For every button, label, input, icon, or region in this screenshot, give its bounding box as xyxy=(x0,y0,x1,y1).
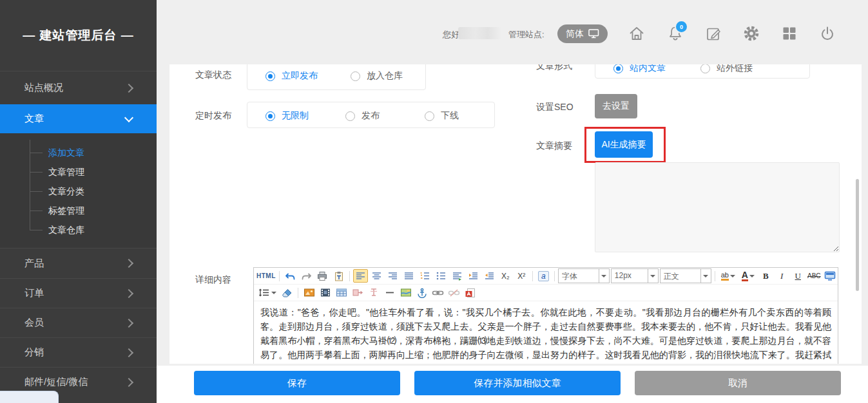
radio-unchecked-icon xyxy=(425,111,434,121)
edit-icon[interactable] xyxy=(704,24,722,42)
sidebar-item-products[interactable]: 产品 xyxy=(0,248,157,278)
font-size-select[interactable]: 12px xyxy=(611,268,659,283)
seo-label: 设置SEO xyxy=(536,102,574,113)
greeting-text: 您好 xyxy=(443,29,459,41)
font-family-select[interactable]: 字体 xyxy=(558,268,610,283)
bold-button[interactable]: B xyxy=(758,269,773,283)
sidebar-item-articles[interactable]: 文章 xyxy=(0,104,157,133)
tree-tick xyxy=(30,191,43,192)
underline-button[interactable]: U xyxy=(791,269,805,283)
submenu-item-article-management[interactable]: 文章管理 xyxy=(0,162,157,182)
horizontal-rule-icon[interactable] xyxy=(382,286,397,299)
apps-grid-icon[interactable] xyxy=(780,24,798,42)
undo-icon[interactable] xyxy=(283,269,298,283)
align-justify-icon[interactable] xyxy=(401,269,416,283)
unlink-icon[interactable] xyxy=(447,286,461,299)
paragraph-format-select[interactable]: 正文 xyxy=(660,268,711,283)
select-caret xyxy=(648,269,658,283)
home-icon[interactable] xyxy=(628,24,646,42)
footer-action-bar: 保存 保存并添加相似文章 取消 xyxy=(157,366,868,403)
highlight-color-icon[interactable]: ab xyxy=(719,269,738,283)
autotypeset-icon[interactable]: a xyxy=(536,269,551,283)
anchor-icon[interactable] xyxy=(414,286,429,299)
radio-no-limit[interactable]: 无限制 xyxy=(265,110,309,122)
settings-gear-icon[interactable] xyxy=(742,24,760,42)
paragraph-indent-icon[interactable] xyxy=(450,269,465,283)
radio-label: 无限制 xyxy=(282,110,309,122)
sidebar-item-label: 订单 xyxy=(24,287,44,299)
insert-link-icon[interactable] xyxy=(430,286,445,299)
indent-icon[interactable] xyxy=(466,269,481,283)
redo-icon[interactable] xyxy=(299,269,314,283)
italic-button[interactable]: I xyxy=(775,269,789,283)
chevron-down-icon xyxy=(124,113,133,122)
submenu-item-article-category[interactable]: 文章分类 xyxy=(0,182,157,201)
power-logout-icon[interactable] xyxy=(818,24,836,42)
bold-label: B xyxy=(763,271,769,281)
subscript-icon[interactable]: X₂ xyxy=(498,269,513,283)
sidebar-item-label: 分销 xyxy=(24,346,44,359)
fullscreen-icon[interactable] xyxy=(823,269,838,283)
sidebar-item-site-overview[interactable]: 站点概况 xyxy=(0,71,157,104)
username-redacted xyxy=(458,27,501,39)
radio-unchecked-icon xyxy=(345,111,355,121)
save-and-add-similar-button[interactable]: 保存并添加相似文章 xyxy=(414,371,621,395)
paste-text-icon[interactable] xyxy=(331,269,346,283)
radio-external-link[interactable]: 站外链接 xyxy=(700,64,753,74)
radio-put-in-warehouse[interactable]: 放入仓库 xyxy=(351,70,403,82)
notification-badge: 0 xyxy=(675,20,688,33)
page-break-icon[interactable] xyxy=(350,286,365,299)
html-source-button[interactable]: HTML xyxy=(256,269,276,283)
insert-media-icon[interactable] xyxy=(318,286,333,299)
insert-map-icon[interactable] xyxy=(398,286,413,299)
line-height-icon[interactable] xyxy=(256,286,278,299)
cancel-button[interactable]: 取消 xyxy=(635,371,841,395)
vertical-scrollbar-thumb[interactable] xyxy=(856,179,859,291)
sidebar-item-members[interactable]: 会员 xyxy=(0,308,157,337)
strikethrough-label: ABC xyxy=(807,272,821,279)
chevron-right-icon xyxy=(124,83,133,92)
html-label: HTML xyxy=(256,272,276,279)
editor-toolbar-row1: HTML X₂ X² a xyxy=(254,268,838,285)
sidebar-item-distribution[interactable]: 分销 xyxy=(0,337,157,367)
summary-textarea[interactable] xyxy=(595,162,840,252)
editor-toolbar-row2 xyxy=(254,285,838,301)
outdent-icon[interactable] xyxy=(482,269,497,283)
align-center-icon[interactable] xyxy=(369,269,384,283)
submenu-item-tag-management[interactable]: 标签管理 xyxy=(0,201,157,220)
print-icon[interactable] xyxy=(315,269,330,283)
radio-unchecked-icon xyxy=(351,71,360,81)
radio-offline[interactable]: 下线 xyxy=(425,110,459,122)
strikethrough-button[interactable]: ABC xyxy=(807,269,822,283)
highlight-label: ab xyxy=(721,272,729,281)
seo-setup-button[interactable]: 去设置 xyxy=(595,94,637,118)
language-switch-button[interactable]: 简体 xyxy=(557,24,608,43)
unordered-list-icon[interactable] xyxy=(434,269,448,283)
quick-format-icon[interactable] xyxy=(366,286,381,299)
insert-image-icon[interactable] xyxy=(302,286,316,299)
import-word-icon[interactable] xyxy=(463,286,477,299)
chevron-right-icon xyxy=(124,288,133,297)
radio-publish[interactable]: 发布 xyxy=(345,110,380,122)
align-left-icon[interactable] xyxy=(353,269,368,283)
app-logo: — 建站管理后台 — xyxy=(0,0,157,71)
radio-label: 站外链接 xyxy=(717,64,753,74)
rich-text-editor: HTML X₂ X² a xyxy=(253,267,838,364)
radio-publish-now[interactable]: 立即发布 xyxy=(265,70,318,82)
sidebar-item-label: 文章 xyxy=(24,113,44,125)
font-color-icon[interactable]: A xyxy=(739,269,757,283)
align-right-icon[interactable] xyxy=(385,269,400,283)
sidebar-item-orders[interactable]: 订单 xyxy=(0,278,157,308)
superscript-icon[interactable]: X² xyxy=(514,269,529,283)
ordered-list-icon[interactable] xyxy=(418,269,432,283)
save-button[interactable]: 保存 xyxy=(194,371,400,395)
tree-tick xyxy=(30,230,43,230)
font-family-value: 字体 xyxy=(559,269,599,283)
ai-generate-summary-button[interactable]: AI生成摘要 xyxy=(595,131,653,158)
radio-internal-article[interactable]: 站内文章 xyxy=(613,64,666,74)
submenu-item-add-article[interactable]: 添加文章 xyxy=(0,143,157,162)
remove-format-eraser-icon[interactable] xyxy=(280,286,294,299)
editor-content-area[interactable]: 我说道："爸爸，你走吧。"他往车外看了看，说："我买几个橘子去。你就在此地，不要… xyxy=(254,301,838,364)
insert-table-icon[interactable] xyxy=(334,286,349,299)
submenu-item-article-warehouse[interactable]: 文章仓库 xyxy=(0,220,157,239)
